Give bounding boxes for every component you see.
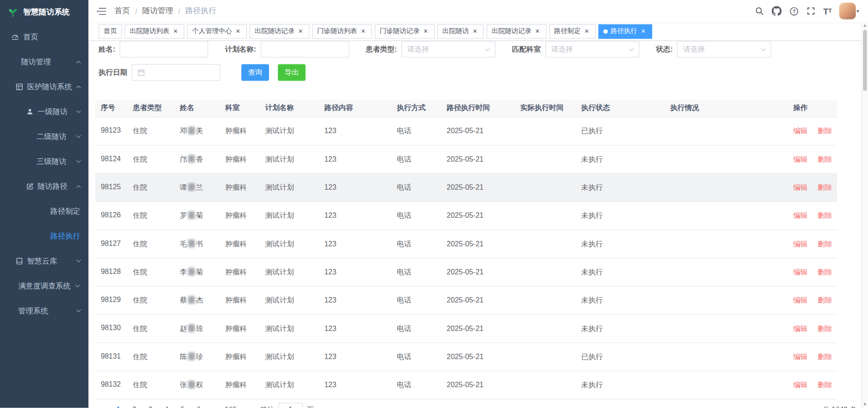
close-icon[interactable]: ✕ [359, 27, 367, 35]
delete-link[interactable]: 删除 [818, 211, 832, 219]
delete-link[interactable]: 删除 [818, 296, 832, 304]
page-button[interactable]: 2 [127, 403, 142, 408]
edit-link[interactable]: 编辑 [793, 183, 808, 191]
page-button[interactable]: 6 [192, 403, 206, 408]
sidebar-item-satisfaction-survey[interactable]: 满意度调查系统 [0, 274, 89, 298]
logo[interactable]: 智慧随访系统 [0, 0, 89, 24]
delete-link[interactable]: 删除 [818, 155, 832, 163]
edit-link[interactable]: 编辑 [793, 296, 808, 304]
table-row: 98124 住院 邝香 肿瘤科 测试计划 123 电话 2025-05-21 未… [95, 145, 837, 173]
column-header: 操作 [788, 100, 837, 117]
scrollbar[interactable]: ▲ ▼ [861, 22, 868, 408]
github-icon[interactable] [772, 6, 782, 16]
close-icon[interactable]: ✕ [297, 27, 304, 35]
edit-link[interactable]: 编辑 [793, 211, 808, 219]
user-menu[interactable]: ▾ [839, 3, 859, 19]
exec-date-input[interactable] [132, 64, 221, 81]
prev-page-button[interactable]: ‹ [95, 403, 110, 408]
cell-no: 98129 [95, 286, 127, 314]
page-button[interactable]: 5 [175, 403, 190, 408]
cell-actual-time [515, 371, 575, 399]
hamburger-icon[interactable] [93, 6, 110, 16]
cell-patient-type: 住院 [127, 173, 174, 201]
sidebar-item-followup-path[interactable]: 随访路径 [0, 174, 89, 199]
next-page-button[interactable]: › [240, 403, 254, 408]
tag-tab[interactable]: 门诊随访记录✕ [375, 24, 434, 38]
breadcrumb-home[interactable]: 首页 [115, 6, 130, 16]
delete-link[interactable]: 删除 [818, 239, 832, 247]
close-icon[interactable]: ✕ [172, 27, 179, 35]
edit-link[interactable]: 编辑 [793, 324, 808, 332]
last-page-button[interactable]: 165 [224, 403, 238, 408]
sidebar-item-path-execute[interactable]: 路径执行 [0, 224, 89, 249]
page-button[interactable]: 1 [111, 403, 126, 408]
patient-type-label: 患者类型: [366, 44, 397, 54]
edit-link[interactable]: 编辑 [793, 268, 808, 276]
help-icon[interactable]: ? [790, 6, 799, 16]
page-button[interactable]: 4 [159, 403, 174, 408]
tag-tab[interactable]: 出院随访记录✕ [250, 24, 309, 38]
sidebar-item-level2-followup[interactable]: 二级随访 [0, 124, 89, 149]
cell-situation [665, 230, 788, 258]
plan-name-input[interactable] [260, 41, 349, 58]
close-icon[interactable]: ✕ [471, 27, 479, 35]
sidebar-item-path-create[interactable]: 路径制定 [0, 199, 89, 224]
delete-link[interactable]: 删除 [818, 183, 832, 191]
cell-actual-time [515, 117, 575, 145]
tag-tab-home[interactable]: 首页 [98, 24, 121, 38]
sidebar-item-smart-cloud[interactable]: 智慧云库 [0, 249, 89, 274]
sidebar-item-medical-followup-system[interactable]: 医护随访系统 [0, 74, 89, 99]
search-button[interactable]: 查询 [241, 64, 269, 81]
delete-link[interactable]: 删除 [818, 268, 832, 276]
scroll-down-icon[interactable]: ▼ [863, 402, 867, 407]
sidebar-item-level3-followup[interactable]: 三级随访 [0, 149, 89, 174]
breadcrumb: 首页 / 随访管理 / 路径执行 [115, 6, 217, 16]
breadcrumb-followup-management[interactable]: 随访管理 [142, 6, 173, 16]
tag-tab[interactable]: 出院随访✕ [437, 24, 484, 38]
tag-tab[interactable]: 出院随访列表✕ [125, 24, 184, 38]
close-icon[interactable]: ✕ [534, 27, 541, 35]
export-button[interactable]: 导出 [278, 64, 305, 81]
edit-link[interactable]: 编辑 [793, 239, 808, 247]
search-icon[interactable] [755, 7, 764, 16]
dept-select[interactable]: 请选择 [545, 41, 640, 58]
cell-status: 未执行 [576, 173, 665, 201]
more-pages-button[interactable]: ••• [207, 403, 222, 408]
fullscreen-icon[interactable] [807, 7, 816, 16]
edit-link[interactable]: 编辑 [793, 155, 808, 163]
page-button[interactable]: 3 [143, 403, 158, 408]
close-icon[interactable]: ✕ [234, 27, 242, 35]
tag-tab[interactable]: 个人管理中心✕ [187, 24, 247, 38]
cell-patient-type: 住院 [127, 342, 174, 370]
close-icon[interactable]: ✕ [583, 27, 591, 35]
cell-name: 邝香 [174, 145, 220, 173]
avatar[interactable] [839, 3, 856, 19]
delete-link[interactable]: 删除 [818, 380, 832, 389]
scroll-up-icon[interactable]: ▲ [863, 23, 867, 28]
patient-type-select[interactable]: 请选择 [401, 41, 496, 58]
tag-tab[interactable]: 出院随访记录✕ [487, 24, 546, 38]
font-size-icon[interactable]: TT [823, 7, 832, 15]
sidebar-item-home[interactable]: 首页 [0, 24, 89, 49]
page-jumper: 前往 页 [260, 403, 314, 408]
close-icon[interactable]: ✕ [422, 27, 429, 35]
delete-link[interactable]: 删除 [818, 126, 832, 134]
sidebar-item-level1-followup[interactable]: 一级随访 [0, 99, 89, 124]
edit-link[interactable]: 编辑 [793, 380, 808, 389]
edit-link[interactable]: 编辑 [793, 352, 808, 360]
delete-link[interactable]: 删除 [818, 352, 832, 360]
tag-tab[interactable]: 路径制定✕ [549, 24, 596, 38]
status-select[interactable]: 请选择 [677, 41, 772, 58]
scrollbar-thumb[interactable] [863, 30, 867, 91]
jump-page-input[interactable] [279, 403, 303, 408]
delete-link[interactable]: 删除 [818, 324, 832, 332]
tag-tab[interactable]: 门诊随访列表✕ [312, 24, 372, 38]
cell-no: 98123 [95, 117, 127, 145]
cell-ops: 编辑删除 [788, 145, 837, 173]
sidebar-item-followup-management[interactable]: 随访管理 [0, 49, 89, 74]
name-input[interactable] [120, 41, 208, 58]
tag-tab-active[interactable]: 路径执行✕ [598, 24, 652, 38]
edit-link[interactable]: 编辑 [793, 126, 808, 134]
close-icon[interactable]: ✕ [639, 27, 647, 35]
sidebar-item-management-system[interactable]: 管理系统 [0, 298, 89, 323]
